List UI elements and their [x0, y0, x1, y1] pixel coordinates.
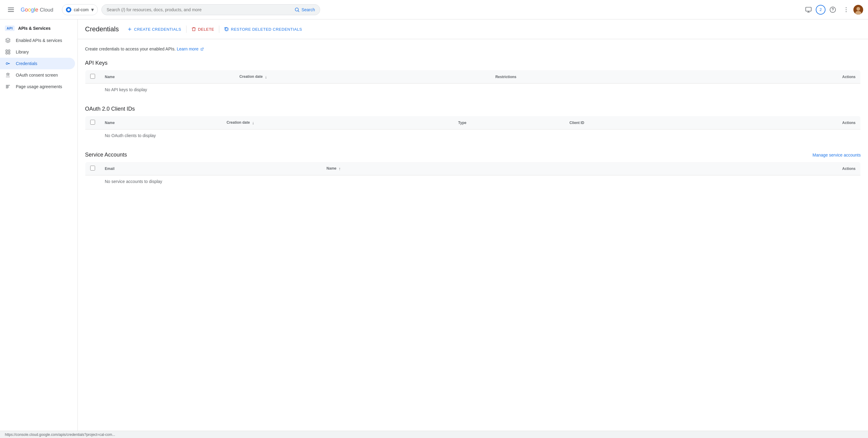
api-keys-col-restrictions: Restrictions	[491, 70, 701, 84]
sidebar-label-oauth-consent: OAuth consent screen	[16, 72, 58, 78]
delete-button[interactable]: DELETE	[188, 24, 218, 34]
page-header: Credentials CREATE CREDENTIALS DELETE	[78, 20, 868, 39]
chevron-down-icon: ▾	[91, 6, 94, 13]
oauth-consent-icon	[5, 72, 11, 78]
sort-desc-icon: ↓	[265, 75, 267, 79]
oauth-select-all-checkbox[interactable]	[90, 120, 95, 125]
service-accounts-header: Service Accounts Manage service accounts	[85, 152, 861, 158]
api-keys-empty-message: No API keys to display	[100, 84, 861, 96]
restore-credentials-button[interactable]: RESTORE DELETED CREDENTIALS	[220, 24, 306, 34]
sidebar-item-oauth-consent[interactable]: OAuth consent screen	[0, 69, 75, 81]
search-input[interactable]	[106, 7, 292, 12]
svg-text:Google
         Cloud: Google Cloud	[21, 7, 54, 13]
sidebar: API APIs & Services Enabled APIs & servi…	[0, 20, 78, 438]
sort-desc-icon-2: ↓	[252, 120, 254, 125]
content-area: Create credentials to access your enable…	[78, 39, 868, 205]
hamburger-menu-button[interactable]	[5, 4, 17, 16]
api-keys-col-creation-date[interactable]: Creation date ↓	[235, 70, 491, 84]
status-bar: https://console.cloud.google.com/apis/cr…	[0, 431, 868, 438]
plus-icon	[127, 27, 132, 32]
project-name: cal-com	[74, 7, 89, 12]
search-bar[interactable]: Search	[101, 4, 320, 15]
project-dot-icon	[66, 7, 71, 12]
enabled-apis-icon	[5, 38, 11, 43]
help-icon-button[interactable]	[827, 4, 839, 16]
nav-right: 2	[802, 4, 863, 16]
svg-point-6	[846, 9, 847, 10]
api-keys-col-name: Name	[100, 70, 235, 84]
status-url: https://console.cloud.google.com/apis/cr…	[5, 433, 115, 437]
oauth-col-type: Type	[454, 116, 565, 129]
manage-service-accounts-link[interactable]: Manage service accounts	[812, 153, 861, 157]
sidebar-item-credentials[interactable]: Credentials	[0, 58, 75, 69]
oauth-col-creation-date[interactable]: Creation date ↓	[222, 116, 454, 129]
oauth-section-title: OAuth 2.0 Client IDs	[85, 106, 861, 112]
sidebar-label-library: Library	[16, 50, 29, 54]
delete-icon	[191, 27, 196, 32]
restore-icon	[224, 27, 229, 32]
page-usage-icon	[5, 84, 11, 89]
credentials-icon	[5, 61, 11, 66]
sort-asc-icon: ↑	[339, 166, 341, 171]
svg-rect-13	[6, 53, 7, 54]
app-layout: API APIs & Services Enabled APIs & servi…	[0, 20, 868, 438]
page-title: Credentials	[85, 25, 119, 33]
library-icon	[5, 49, 11, 55]
notification-badge[interactable]: 2	[816, 5, 826, 14]
sa-empty-message: No service accounts to display	[100, 175, 861, 188]
avatar[interactable]	[854, 5, 863, 14]
top-nav: Google Cloud cal-com ▾ Search	[0, 0, 868, 20]
svg-rect-14	[8, 53, 10, 54]
svg-rect-12	[8, 50, 10, 51]
oauth-empty-row: No OAuth clients to display	[85, 129, 861, 142]
create-credentials-button[interactable]: CREATE CREDENTIALS	[124, 24, 185, 34]
sidebar-label-credentials: Credentials	[16, 61, 37, 66]
main-content: Credentials CREATE CREDENTIALS DELETE	[78, 20, 868, 438]
oauth-table: Name Creation date ↓ Type Client ID Acti…	[85, 116, 861, 142]
sidebar-item-library[interactable]: Library	[0, 46, 75, 58]
api-keys-header-row: Name Creation date ↓ Restrictions Action…	[85, 70, 861, 84]
project-selector[interactable]: cal-com ▾	[62, 4, 98, 15]
sidebar-label-enabled-apis: Enabled APIs & services	[16, 38, 62, 43]
oauth-col-client-id: Client ID	[565, 116, 716, 129]
service-accounts-section-title: Service Accounts	[85, 152, 127, 158]
external-link-icon	[200, 48, 204, 51]
svg-rect-11	[6, 50, 7, 51]
oauth-col-actions: Actions	[716, 116, 860, 129]
search-button[interactable]: Search	[294, 7, 315, 12]
api-keys-col-actions: Actions	[701, 70, 860, 84]
sidebar-title: APIs & Services	[18, 26, 51, 31]
svg-point-5	[846, 7, 847, 8]
svg-point-15	[6, 63, 8, 64]
api-keys-empty-row: No API keys to display	[85, 84, 861, 96]
svg-rect-2	[806, 7, 811, 11]
sa-col-email: Email	[100, 162, 322, 175]
sidebar-item-enabled-apis[interactable]: Enabled APIs & services	[0, 35, 75, 46]
google-cloud-logo[interactable]: Google Cloud	[21, 6, 57, 13]
api-keys-select-all-checkbox[interactable]	[90, 74, 95, 79]
sidebar-item-page-usage[interactable]: Page usage agreements	[0, 81, 75, 92]
oauth-header-row: Name Creation date ↓ Type Client ID Acti…	[85, 116, 861, 129]
api-keys-table: Name Creation date ↓ Restrictions Action…	[85, 70, 861, 96]
sa-select-all-th	[85, 162, 100, 175]
svg-point-9	[857, 7, 860, 11]
service-accounts-table: Email Name ↑ Actions No service accounts…	[85, 162, 861, 188]
monitor-icon-button[interactable]	[802, 4, 814, 16]
api-keys-section-title: API Keys	[85, 60, 861, 66]
sa-col-name[interactable]: Name ↑	[322, 162, 595, 175]
service-accounts-header-row: Email Name ↑ Actions	[85, 162, 861, 175]
header-actions: CREATE CREDENTIALS DELETE RESTORE DELETE…	[124, 24, 306, 34]
sa-select-all-checkbox[interactable]	[90, 166, 95, 171]
oauth-select-all-th	[85, 116, 100, 129]
more-options-button[interactable]	[840, 4, 852, 16]
oauth-col-name: Name	[100, 116, 222, 129]
oauth-empty-message: No OAuth clients to display	[100, 129, 861, 142]
header-divider-2	[219, 26, 219, 33]
sidebar-label-page-usage: Page usage agreements	[16, 84, 62, 89]
sidebar-header: API APIs & Services	[0, 22, 78, 35]
svg-point-7	[846, 11, 847, 12]
search-icon	[294, 7, 300, 12]
info-bar: Create credentials to access your enable…	[85, 47, 861, 51]
sa-col-actions: Actions	[595, 162, 860, 175]
learn-more-link[interactable]: Learn more	[177, 47, 204, 51]
